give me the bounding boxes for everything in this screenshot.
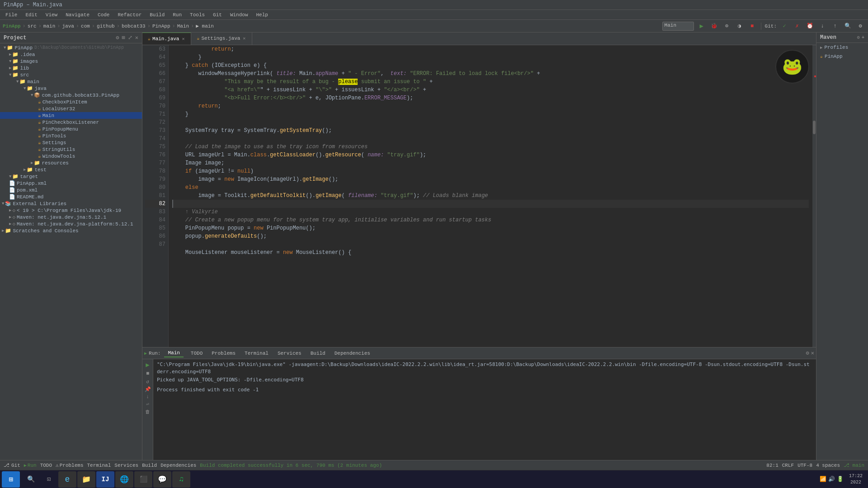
tree-Main[interactable]: ☕ Main [0,112,142,119]
run-tab-todo[interactable]: TODO [187,350,206,357]
tree-label-mainclass[interactable]: Main [42,113,54,118]
tab-settings-java[interactable]: ☕ Settings.java ✕ [191,33,252,45]
tree-Settings[interactable]: ☕ Settings [0,139,142,146]
tree-jna-platform[interactable]: ▶ ◇ Maven: net.java.dev.jna-platform:5.1… [0,221,142,227]
tree-label-java[interactable]: java [34,86,46,91]
run-tab-main[interactable]: Main [164,349,183,357]
menu-run[interactable]: Run [169,11,185,19]
maven-settings-icon[interactable]: ⚙ [857,35,860,40]
run-tab-problems[interactable]: Problems [208,350,239,357]
nav-src[interactable]: src [28,23,37,29]
crlf-indicator[interactable]: CRLF [782,463,794,468]
taskbar-wifi-icon[interactable]: 📶 [820,476,826,483]
run-panel-close-icon[interactable]: ✕ [811,350,814,357]
taskbar-spotify-btn[interactable]: ♫ [172,471,190,488]
nav-pinapp[interactable]: PinApp [3,23,21,29]
sidebar-layout-icon[interactable]: ⊞ [122,34,125,41]
line-col-indicator[interactable]: 82:1 [766,463,778,468]
tree-label-stringutils[interactable]: StringUtils [42,147,75,152]
nav-main-method[interactable]: ▶ main [196,23,214,29]
tree-label-settings[interactable]: Settings [42,140,66,145]
tree-label-target[interactable]: target [20,174,38,179]
tree-label-localuser[interactable]: LocalUser32 [42,106,75,112]
problems-label[interactable]: Problems [60,463,84,468]
stop-button[interactable]: ■ [747,21,757,31]
sidebar-expand-icon[interactable]: ⤢ [128,34,132,41]
tree-scratches[interactable]: ▶ 📁 Scratches and Consoles [0,227,142,234]
indent-indicator[interactable]: 4 spaces [816,463,840,468]
tree-lib[interactable]: ▶ 📁 lib [0,65,142,71]
tree-jdk19[interactable]: ▶ ◇ < 19 > C:\Program Files\Java\jdk-19 [0,207,142,214]
tree-label-jnaplatform[interactable]: Maven: net.java.dev.jna-platform:5.12.1 [17,221,133,227]
tree-test[interactable]: ▶ 📁 test [0,166,142,173]
taskbar-slack-btn[interactable]: 💬 [153,471,171,488]
tree-label-resources[interactable]: resources [42,160,68,166]
git-branch-icon[interactable]: ⎇ [4,462,9,468]
tree-PinPopupMenu[interactable]: ☕ PinPopupMenu [0,126,142,132]
tree-ext-libs[interactable]: ▼ 📚 External Libraries [0,200,142,207]
tree-label-pinappxml[interactable]: PinApp.xml [17,181,47,186]
tree-readme[interactable]: 📄 README.md [0,193,142,200]
tree-resources[interactable]: ▶ 📁 resources [0,160,142,166]
run-with-coverage-button[interactable]: ⊙ [722,21,732,31]
taskbar-search-button[interactable]: 🔍 [22,471,40,488]
tree-CheckboxPinItem[interactable]: ☕ CheckboxPinItem [0,99,142,105]
tree-StringUtils[interactable]: ☕ StringUtils [0,146,142,153]
tree-label-test[interactable]: test [34,167,46,173]
maven-pinapp-item[interactable]: ☕ PinApp [816,52,868,61]
tree-label-idea[interactable]: .idea [20,52,35,57]
menu-edit[interactable]: Edit [22,11,41,19]
tree-jna[interactable]: ▶ ◇ Maven: net.java.dev.jna:5.12.1 [0,214,142,221]
menu-navigate[interactable]: Navigate [62,11,93,19]
tree-main-src[interactable]: ▼ 📁 main [0,78,142,85]
tab-close-settings[interactable]: ✕ [242,35,246,42]
vertical-scrollbar[interactable] [812,45,816,347]
tab-main-java[interactable]: ☕ Main.java ✕ [142,33,191,45]
services-label[interactable]: Services [114,463,138,468]
tree-label-src[interactable]: src [20,72,29,78]
debug-button[interactable]: 🐞 [709,21,719,31]
taskbar-taskview-button[interactable]: ⊡ [40,471,58,488]
rerun-failed-button[interactable]: ↺ [146,379,149,385]
tree-label-jdk[interactable]: < 19 > C:\Program Files\Java\jdk-19 [17,208,121,213]
nav-github[interactable]: github [97,23,115,29]
git-update[interactable]: ↓ [817,21,827,31]
tree-label-main[interactable]: main [27,79,39,84]
git-check[interactable]: ✓ [779,21,789,31]
taskbar-intellij-btn[interactable]: IJ [96,471,114,488]
tab-close-main[interactable]: ✕ [181,36,185,42]
run-tab-services[interactable]: Services [274,350,305,357]
nav-bobcat[interactable]: bobcat33 [122,23,146,29]
menu-tools[interactable]: Tools [186,11,208,19]
tree-label-windowtools[interactable]: WindowTools [42,154,75,159]
branch-indicator[interactable]: ⎇ main [844,462,864,468]
taskbar-start-button[interactable]: ⊞ [2,471,20,488]
rerun-button[interactable]: ▶ [146,361,149,369]
code-content[interactable]: return; } } catch (IOException e) { wind… [169,45,812,347]
run-tab-dependencies[interactable]: Dependencies [331,350,374,357]
taskbar-battery-icon[interactable]: 🔋 [837,476,844,483]
dependencies-label[interactable]: Dependencies [160,463,196,468]
tree-label-extlibs[interactable]: External Libraries [13,201,66,206]
maven-add-icon[interactable]: + [862,35,864,40]
taskbar-chrome-btn[interactable]: 🌐 [115,471,133,488]
tree-src[interactable]: ▼ 📁 src [0,71,142,78]
menu-help[interactable]: Help [253,11,272,19]
nav-mainfile[interactable]: Main [177,23,189,29]
tree-package[interactable]: ▼ 📦 com.github.bobcat33.PinApp [0,92,142,99]
menu-window[interactable]: Window [226,11,252,19]
tree-label-readme[interactable]: README.md [17,194,43,200]
run-panel-settings-icon[interactable]: ⚙ [806,350,809,357]
tree-label-lib[interactable]: lib [20,66,29,71]
tree-java[interactable]: ▼ 📁 java [0,85,142,92]
tree-label[interactable]: PinApp [14,45,33,51]
sidebar-gear-icon[interactable]: ⚙ [116,34,119,41]
nav-pinapp2[interactable]: PinApp [152,23,170,29]
soft-wrap-button[interactable]: ⏎ [146,401,149,407]
pin-button[interactable]: 📌 [145,386,151,392]
tree-label-pincheckbox[interactable]: PinCheckboxListener [42,120,99,125]
build-label[interactable]: Build [142,463,157,468]
profile-button[interactable]: ◑ [735,21,745,31]
terminal-label[interactable]: Terminal [87,463,111,468]
scroll-down-button[interactable]: ↓ [146,394,149,399]
